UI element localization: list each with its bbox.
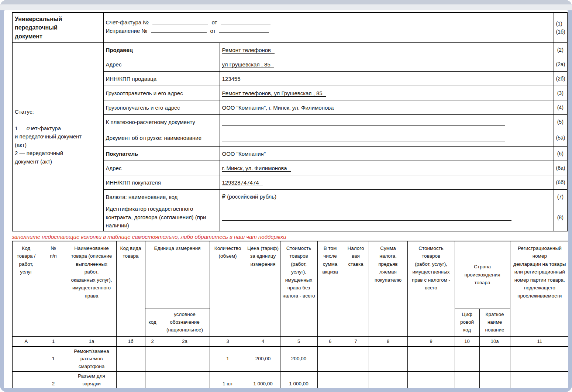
window-top-bar bbox=[0, 0, 572, 4]
col-header-country-code: Циф ровой код bbox=[455, 309, 479, 336]
items-table: Код товара / работ, услуг № п/п Наименов… bbox=[12, 241, 568, 389]
header-row: Универсальный передаточный документ Счет… bbox=[12, 13, 567, 43]
item-cell: 1 bbox=[210, 347, 246, 372]
form-label: Документ об отгрузке: наименование bbox=[103, 129, 220, 147]
item-cell bbox=[510, 372, 568, 388]
numbering-cell: 6 bbox=[317, 336, 343, 347]
form-value-cell: Ремонт телефонов bbox=[220, 43, 554, 57]
item-cell bbox=[317, 372, 343, 388]
form-value-cell: 123455 bbox=[220, 72, 554, 86]
numbering-cell: 8 bbox=[369, 336, 407, 347]
form-label: Адрес bbox=[103, 57, 220, 72]
status-cell: Статус: 1 — счет-фактура и передаточный … bbox=[12, 43, 103, 231]
numbering-cell: 4 bbox=[246, 336, 280, 347]
numbering-cell: 2 bbox=[145, 336, 160, 347]
item-row: 2 Разъем для зарядки смартфона 1 шт 1 00… bbox=[12, 372, 568, 388]
form-code: (6б) bbox=[554, 175, 567, 190]
col-header-price: Цена (тариф) за единицу измерения bbox=[246, 241, 280, 337]
correction-date-blank bbox=[219, 32, 269, 33]
document-page: Универсальный передаточный документ Счет… bbox=[4, 10, 568, 388]
document-content: Универсальный передаточный документ Счет… bbox=[4, 10, 568, 388]
item-cell bbox=[160, 347, 210, 372]
correction-number-label: Исправление № bbox=[106, 28, 148, 34]
item-cell bbox=[160, 372, 210, 388]
col-header-country-name: Краткое наиме нование bbox=[479, 309, 510, 336]
invoice-number-blank bbox=[152, 24, 208, 24]
item-cell-name: Разъем для зарядки смартфона bbox=[67, 372, 116, 388]
form-code: (4) bbox=[554, 100, 567, 115]
item-cell: 200,00 bbox=[280, 347, 317, 372]
col-header-reg-number: Регистрациоанный номер декларации на тов… bbox=[510, 241, 568, 337]
col-header-country: Страна происхождения товара bbox=[455, 241, 510, 309]
form-value-cell: 129328747474 bbox=[220, 175, 554, 190]
invoice-number-label: Счет-фактура № bbox=[106, 19, 149, 25]
col-header-excise: В том числе сумма акциза bbox=[317, 241, 343, 337]
form-label: Продавец bbox=[103, 43, 220, 57]
invoice-date-blank bbox=[221, 24, 271, 24]
item-cell bbox=[116, 347, 145, 372]
item-cell bbox=[479, 347, 510, 372]
form-value-cell bbox=[220, 115, 554, 129]
col-header-unit: Единица измерения bbox=[145, 241, 210, 309]
col-header-cost-no-tax: Стоимость товаров (работ, услуг), имущен… bbox=[280, 241, 317, 337]
blank-field-line bbox=[222, 121, 505, 125]
form-row-seller: Статус: 1 — счет-фактура и передаточный … bbox=[12, 43, 567, 57]
form-code: (3) bbox=[554, 86, 567, 100]
item-cell: 1 000,00 bbox=[280, 372, 317, 388]
col-header-product-code: Код товара / работ, услуг bbox=[12, 241, 40, 337]
form-code: (6а) bbox=[554, 161, 567, 175]
numbering-cell: 3 bbox=[210, 336, 246, 347]
numbering-row: А 1 1а 1б 2 2а 3 4 5 6 7 8 9 10 10а 11 bbox=[12, 336, 568, 347]
item-cell bbox=[455, 372, 479, 388]
item-cell bbox=[145, 372, 160, 388]
form-code: (2б) bbox=[554, 72, 567, 86]
item-cell: 1 bbox=[40, 347, 67, 372]
item-cell bbox=[12, 347, 40, 372]
form-code: (2) bbox=[554, 43, 567, 57]
numbering-cell: 9 bbox=[407, 336, 455, 347]
numbering-cell: 1а bbox=[67, 336, 116, 347]
item-cell bbox=[369, 347, 407, 372]
form-code: (8) bbox=[554, 204, 567, 231]
window-sub-bar bbox=[0, 4, 572, 10]
form-value-cell: Ремонт телефонов, ул Грушевская , 85 bbox=[220, 86, 554, 100]
form-value-cell: ООО "Компания" bbox=[220, 147, 554, 161]
item-row: 1 Ремонт/замена разъемов смартфона 1 200… bbox=[12, 347, 568, 372]
form-value-cell bbox=[220, 204, 554, 231]
numbering-cell: 11 bbox=[510, 336, 568, 347]
col-header-name: Наименование товара (описание выполненны… bbox=[67, 241, 116, 337]
col-header-tax-sum: Сумма налога, предъяв ляемая покупателю bbox=[369, 241, 407, 337]
form-value: г. Минск, ул. Филимонова bbox=[222, 165, 291, 172]
item-cell: 200,00 bbox=[246, 347, 280, 372]
numbering-cell: А bbox=[12, 336, 40, 347]
item-cell-name: Ремонт/замена разъемов смартфона bbox=[67, 347, 116, 372]
form-label: Валюта: наименование, код bbox=[103, 190, 220, 204]
invoice-number-cell: Счет-фактура №от Исправление №от bbox=[103, 13, 554, 43]
form-value: ул Грушевская , 85 bbox=[222, 61, 274, 68]
table-header-row: Код товара / работ, услуг № п/п Наименов… bbox=[12, 241, 568, 309]
form-value-cell bbox=[220, 129, 554, 147]
item-cell bbox=[317, 347, 343, 372]
header-codes: (1) (1б) bbox=[554, 13, 567, 43]
item-cell bbox=[116, 372, 145, 388]
form-label: Адрес bbox=[103, 161, 220, 175]
form-code: (5) bbox=[554, 115, 567, 129]
blank-field-line bbox=[222, 216, 512, 221]
upd-header-form: Универсальный передаточный документ Счет… bbox=[12, 12, 568, 231]
form-label: Идентификатор государственного контракта… bbox=[103, 204, 220, 231]
blank-field-line bbox=[222, 137, 505, 141]
item-cell bbox=[145, 347, 160, 372]
numbering-cell: 1б bbox=[116, 336, 145, 347]
numbering-cell: 5 bbox=[280, 336, 317, 347]
item-cell bbox=[455, 347, 479, 372]
form-code: (7) bbox=[554, 190, 567, 204]
correction-number-line: Исправление №от bbox=[106, 28, 551, 34]
item-cell bbox=[343, 347, 369, 372]
form-value-cell: ул Грушевская , 85 bbox=[220, 57, 554, 72]
item-cell: 1 шт bbox=[210, 372, 246, 388]
item-cell bbox=[343, 372, 369, 388]
item-cell bbox=[407, 347, 455, 372]
form-value: ₽ (российский рубль) bbox=[222, 193, 276, 200]
col-header-cost-with-tax: Стоимость товаров (работ, услуг), имущес… bbox=[407, 241, 455, 337]
form-value: ООО "Компания", г. Минск, ул. Филимонова bbox=[222, 104, 338, 111]
